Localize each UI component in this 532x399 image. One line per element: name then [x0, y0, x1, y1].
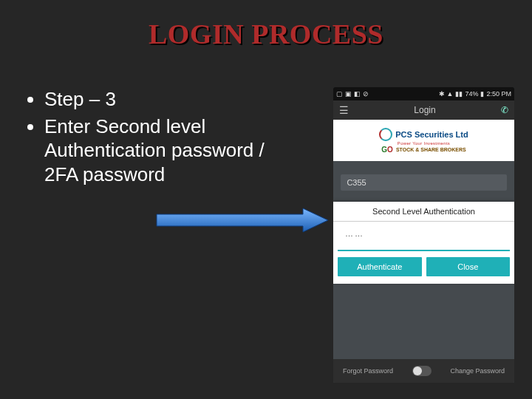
status-icon: ▢	[336, 90, 343, 98]
slide-body: Step – 3 Enter Second level Authenticati…	[24, 87, 290, 189]
battery-text: 74%	[465, 90, 478, 98]
brand-name: PCS Securities Ltd	[395, 130, 468, 139]
signal-icon: ▮▮	[455, 90, 463, 98]
bullet-instruction: Enter Second level Authentication passwo…	[44, 115, 290, 187]
status-bar: ▢ ▣ ◧ ⊘ ✱ ▲ ▮▮ 74% ▮ 2:50 PM	[333, 87, 514, 100]
arrow-icon	[155, 207, 330, 233]
clock: 2:50 PM	[486, 90, 511, 98]
second-level-auth-modal: Second Level Authentication …… Authentic…	[333, 202, 514, 284]
brand-panel: PCS Securities Ltd Power Your Investment…	[333, 120, 514, 161]
forgot-password-link[interactable]: Forgot Password	[343, 367, 393, 375]
brand-logo-icon	[379, 128, 392, 141]
user-id-field[interactable]: C355	[341, 174, 506, 191]
bottom-bar: Forgot Password Change Password	[333, 359, 514, 383]
phone-screenshot: ▢ ▣ ◧ ⊘ ✱ ▲ ▮▮ 74% ▮ 2:50 PM ☰ Login ✆ P…	[333, 87, 514, 383]
close-button[interactable]: Close	[426, 257, 511, 276]
menu-icon[interactable]: ☰	[339, 104, 349, 116]
brand-tagline-2: STOCK & SHARE BROKERS	[396, 147, 466, 152]
auth-password-input[interactable]: ……	[338, 222, 510, 251]
slide-title: LOGIN PROCESS	[0, 18, 532, 50]
topbar-title: Login	[414, 105, 435, 115]
change-password-link[interactable]: Change Password	[451, 367, 505, 375]
battery-icon: ▮	[480, 90, 484, 98]
call-icon[interactable]: ✆	[501, 105, 508, 115]
modal-heading: Second Level Authentication	[333, 202, 514, 221]
toggle-switch[interactable]	[412, 366, 432, 376]
status-icon: ⊘	[363, 90, 369, 98]
status-icon: ▣	[345, 90, 352, 98]
bluetooth-icon: ✱	[439, 90, 445, 98]
go-logo: GO	[381, 146, 393, 154]
wifi-icon: ▲	[447, 90, 454, 98]
app-topbar: ☰ Login ✆	[333, 100, 514, 120]
authenticate-button[interactable]: Authenticate	[338, 257, 422, 276]
bullet-step: Step – 3	[44, 87, 290, 112]
status-icon: ◧	[354, 90, 361, 98]
